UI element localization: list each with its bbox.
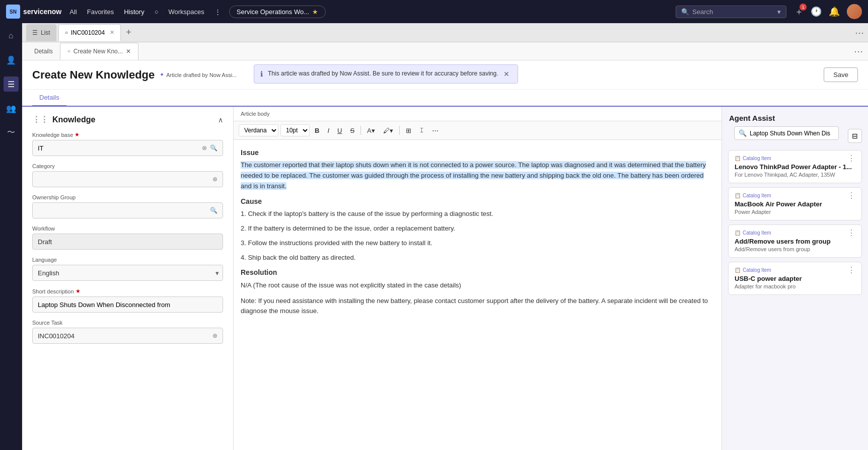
table-button[interactable]: ⊞ xyxy=(403,125,414,136)
agent-search[interactable]: 🔍 xyxy=(734,126,839,140)
sub-tab-details[interactable]: Details xyxy=(27,43,60,60)
code-button[interactable]: 𝙸 xyxy=(416,125,427,136)
agent-search-input[interactable] xyxy=(750,130,834,137)
result-more-3[interactable]: ⋮ xyxy=(847,228,855,238)
clock-icon[interactable]: 🕐 xyxy=(811,6,822,17)
workflow-input[interactable]: Draft xyxy=(32,234,223,250)
result-card-4[interactable]: 📋 Catalog Item ⋮ USB-C power adapter Ada… xyxy=(728,262,862,295)
highlight-button[interactable]: 🖊▾ xyxy=(380,125,396,136)
result-title-4: USB-C power adapter xyxy=(735,275,855,282)
category-input[interactable]: ⊕ xyxy=(32,171,223,187)
agent-filter-button[interactable]: ⊟ xyxy=(848,129,862,143)
sidebar-home-icon[interactable]: ⌂ xyxy=(4,28,19,43)
nav-workspaces[interactable]: Workspaces xyxy=(169,8,204,16)
nav-all[interactable]: All xyxy=(69,8,77,16)
result-more-2[interactable]: ⋮ xyxy=(847,191,855,200)
ownership-group-label: Ownership Group xyxy=(32,194,223,200)
result-type-label-3: Catalog Item xyxy=(743,230,771,236)
ownership-group-field[interactable] xyxy=(38,207,210,214)
nav-favorites[interactable]: Favorites xyxy=(87,8,114,16)
ai-label-text: Article drafted by Now Assi... xyxy=(166,72,237,78)
plus-icon[interactable]: ＋ 1 xyxy=(794,6,804,18)
result-card-2[interactable]: 📋 Catalog Item ⋮ MacBook Air Power Adapt… xyxy=(728,187,862,220)
knowledge-base-label: Knowledge base ★ xyxy=(32,131,223,138)
required-star: ★ xyxy=(75,131,80,138)
category-field[interactable] xyxy=(38,176,212,183)
more-options-button[interactable]: ⋯ xyxy=(429,125,442,136)
content-area: ☰ List ○ INC0010204 ✕ + ⋯ Details ○ Crea… xyxy=(22,23,868,450)
strikethrough-button[interactable]: S xyxy=(347,125,357,136)
ownership-search-icon[interactable]: 🔍 xyxy=(210,207,218,214)
sub-tab-knowledge-close[interactable]: ✕ xyxy=(126,48,131,55)
search-small-icon[interactable]: 🔍 xyxy=(210,144,218,152)
knowledge-base-icons: ⊗ 🔍 xyxy=(202,144,218,152)
short-desc-input[interactable] xyxy=(32,296,223,313)
result-more-1[interactable]: ⋮ xyxy=(847,154,855,163)
sidebar-pulse-icon[interactable]: 〜 xyxy=(4,125,19,140)
sidebar-agent-icon[interactable]: 👤 xyxy=(4,52,19,67)
logo[interactable]: SN servicenow xyxy=(6,5,61,19)
knowledge-base-input[interactable]: ⊗ 🔍 xyxy=(32,140,223,156)
main-container: ⌂ 👤 ☰ 👥 〜 ☰ List ○ INC0010204 ✕ + ⋯ Deta… xyxy=(0,23,868,450)
cause-item-1: 1. Check if the laptop's battery is the … xyxy=(241,209,714,219)
result-more-4[interactable]: ⋮ xyxy=(847,265,855,275)
catalog-icon-2: 📋 xyxy=(735,193,741,198)
result-type-2: 📋 Catalog Item xyxy=(735,193,771,198)
field-source-task: Source Task INC0010204 ⊕ xyxy=(32,320,223,344)
result-sub-4: Adapter for macbook pro xyxy=(735,283,855,289)
result-card-3[interactable]: 📋 Catalog Item ⋮ Add/Remove users from g… xyxy=(728,224,862,258)
bell-icon[interactable]: 🔔 xyxy=(829,6,840,17)
tab-bar: ☰ List ○ INC0010204 ✕ + ⋯ xyxy=(22,23,868,42)
workspace-button[interactable]: Service Operations Wo... ★ xyxy=(229,6,326,18)
category-icons: ⊕ xyxy=(212,176,218,183)
details-tab[interactable]: Details xyxy=(32,90,66,107)
cause-heading: Cause xyxy=(241,196,714,207)
italic-button[interactable]: I xyxy=(324,125,332,136)
filter-icon: ⊟ xyxy=(852,132,858,140)
drag-icon[interactable]: ⋮⋮ xyxy=(32,115,48,124)
save-button[interactable]: Save xyxy=(824,67,858,82)
sidebar-menu-icon[interactable]: ☰ xyxy=(4,77,19,92)
avatar[interactable] xyxy=(847,4,862,19)
toolbar-separator-1 xyxy=(360,126,361,135)
font-color-button[interactable]: A▾ xyxy=(364,125,378,136)
category-icon[interactable]: ⊕ xyxy=(212,176,218,183)
tab-add-button[interactable]: + xyxy=(123,27,134,38)
details-tab-bar: Details xyxy=(22,90,868,107)
source-task-icons: ⊕ xyxy=(212,332,218,339)
clear-icon[interactable]: ⊗ xyxy=(202,144,207,152)
size-select[interactable]: 10pt xyxy=(280,124,310,136)
source-task-icon[interactable]: ⊕ xyxy=(212,332,218,339)
result-card-1[interactable]: 📋 Catalog Item ⋮ Lenovo ThinkPad Power A… xyxy=(728,150,862,183)
issue-heading: Issue xyxy=(241,147,714,158)
article-body[interactable]: Issue The customer reported that their l… xyxy=(234,140,721,450)
nav-more[interactable]: ⋮ xyxy=(214,8,221,16)
search-bar[interactable]: 🔍 Search ▾ xyxy=(676,6,786,18)
font-select[interactable]: Verdana xyxy=(239,124,278,136)
tab-more-button[interactable]: ⋯ xyxy=(855,27,864,38)
collapse-icon[interactable]: ∧ xyxy=(218,116,223,124)
sub-tab-knowledge-icon: ○ xyxy=(67,48,70,54)
nav-history[interactable]: History xyxy=(124,8,144,16)
source-task-input[interactable]: INC0010204 ⊕ xyxy=(32,328,223,344)
bold-button[interactable]: B xyxy=(312,125,322,136)
language-select[interactable]: English xyxy=(32,265,223,281)
star-icon: ★ xyxy=(312,8,318,16)
sub-tab-bar: Details ○ Create New Kno... ✕ ⋯ xyxy=(22,42,868,60)
nav-icons: ＋ 1 🕐 🔔 xyxy=(794,4,862,19)
field-ownership-group: Ownership Group 🔍 xyxy=(32,194,223,218)
underline-button[interactable]: U xyxy=(334,125,345,136)
knowledge-base-field[interactable] xyxy=(38,144,202,152)
tab-incident-close[interactable]: ✕ xyxy=(110,29,114,36)
sidebar-people-icon[interactable]: 👥 xyxy=(4,101,19,116)
ownership-group-input[interactable]: 🔍 xyxy=(32,202,223,218)
sub-tab-create-knowledge[interactable]: ○ Create New Kno... ✕ xyxy=(60,43,138,60)
result-sub-3: Add/Remove users from group xyxy=(735,246,855,252)
short-desc-field[interactable] xyxy=(38,301,218,309)
alert-close-button[interactable]: ✕ xyxy=(503,70,510,78)
tab-list[interactable]: ☰ List xyxy=(26,24,56,41)
left-sidebar: ⌂ 👤 ☰ 👥 〜 xyxy=(0,23,22,450)
tab-incident[interactable]: ○ INC0010204 ✕ xyxy=(58,24,121,41)
sub-tab-more[interactable]: ⋯ xyxy=(854,46,863,57)
field-language: Language English ▾ xyxy=(32,257,223,281)
